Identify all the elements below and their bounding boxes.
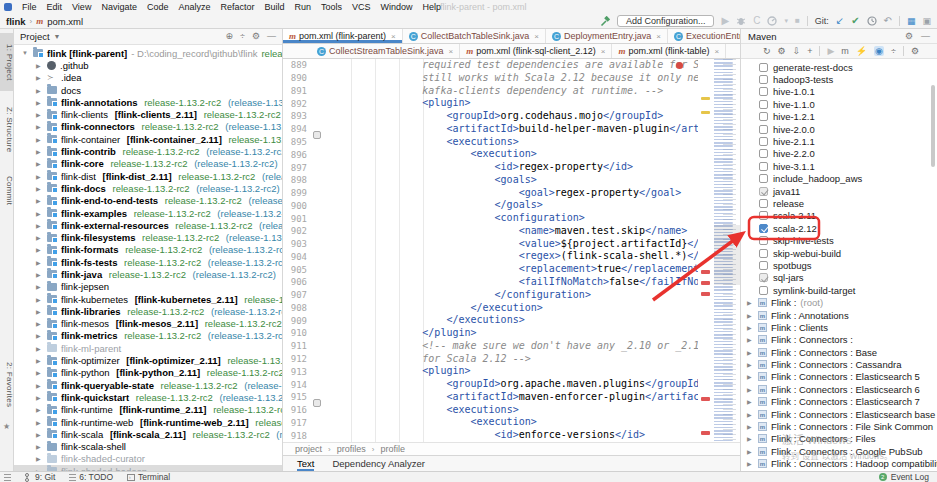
project-tree-item[interactable]: ▶flink-annotations release-1.13.2-rc2 (r…	[14, 96, 282, 108]
error-stripe[interactable]	[698, 59, 714, 442]
breadcrumb-node[interactable]: project	[295, 444, 322, 454]
project-tree-item[interactable]: ▶flink-shaded-hadoop	[14, 465, 282, 471]
code-minimap[interactable]	[714, 59, 740, 442]
project-panel-title[interactable]: Project	[20, 31, 50, 42]
project-tree-item[interactable]: ▶flink-mesos [flink-mesos_2.11] release-…	[14, 318, 282, 330]
expand-arrow-icon[interactable]: ▶	[747, 299, 754, 306]
expand-arrow-icon[interactable]: ▶	[36, 246, 43, 253]
expand-arrow-icon[interactable]: ▶	[36, 123, 43, 130]
add-configuration-button[interactable]: Add Configuration...	[617, 15, 715, 27]
project-tree-item[interactable]: ▶flink-end-to-end-tests release-1.13.2-r…	[14, 195, 282, 207]
close-icon[interactable]: ×	[656, 32, 661, 41]
run-icon[interactable]: ▶	[721, 16, 729, 26]
project-tree-item[interactable]: ▶flink-connectors release-1.13.2-rc2 (re…	[14, 121, 282, 133]
expand-arrow-icon[interactable]: ▶	[747, 349, 754, 356]
execute-goal-icon[interactable]: m	[841, 46, 849, 56]
error-mark[interactable]	[701, 270, 710, 274]
breadcrumb-file[interactable]: pom.xml	[47, 16, 83, 27]
maven-module-row[interactable]: ▶mFlink : Connectors : Elasticsearch bas…	[741, 408, 937, 420]
project-tree-item[interactable]: ▶flink-filesystems release-1.13.2-rc2 (r…	[14, 231, 282, 243]
debug-bug-icon[interactable]	[736, 16, 746, 26]
menu-vcs[interactable]: VCS	[347, 2, 376, 12]
statusbar-todo[interactable]: 6: TODO	[69, 472, 113, 482]
profile-checkbox[interactable]	[759, 137, 768, 146]
breadcrumb-node[interactable]: profiles	[337, 444, 366, 454]
profile-checkbox-row[interactable]: sql-jars	[741, 272, 937, 284]
collapse-icon[interactable]: ÷	[240, 32, 245, 41]
stripe-project-button[interactable]: 1: Project	[0, 33, 14, 91]
scrollbar[interactable]	[931, 85, 935, 167]
gear-icon[interactable]: ⚙	[252, 32, 260, 41]
breadcrumb-project[interactable]: flink	[6, 16, 26, 27]
profile-checkbox[interactable]	[759, 187, 768, 196]
expand-arrow-icon[interactable]: ▶	[36, 468, 43, 471]
profile-checkbox[interactable]	[759, 224, 768, 233]
expand-arrow-icon[interactable]: ▶	[36, 455, 43, 462]
statusbar-git[interactable]: 9: Git	[25, 472, 55, 482]
project-structure-icon[interactable]: ▦	[907, 16, 916, 26]
menu-tools[interactable]: Tools	[316, 2, 347, 12]
project-tree-item[interactable]: ▶flink-external-resources release-1.13.2…	[14, 219, 282, 231]
project-tree-item[interactable]: ▶flink-metrics release-1.13.2-rc2 (relea…	[14, 330, 282, 342]
offline-mode-icon[interactable]: ◉	[874, 46, 884, 56]
menu-analyze[interactable]: Analyze	[173, 2, 215, 12]
error-mark[interactable]	[701, 397, 710, 401]
profile-checkbox-row[interactable]: scala-2.12	[741, 222, 937, 234]
expand-arrow-icon[interactable]: ▶	[36, 160, 43, 167]
hide-panel-icon[interactable]: —	[267, 32, 276, 41]
close-icon[interactable]: ×	[601, 47, 606, 56]
project-tree-item[interactable]: ▶flink-kubernetes [flink-kubernetes_2.11…	[14, 293, 282, 305]
stripe-favorites-button[interactable]: 2: Favorites	[0, 353, 14, 417]
maven-module-row[interactable]: ▶mFlink : Connectors : Elasticsearch 6	[741, 383, 937, 395]
project-tree-item[interactable]: ▶flink-shaded-curator	[14, 453, 282, 465]
maven-module-row[interactable]: ▶mFlink : Connectors : Google PubSub	[741, 445, 937, 457]
project-tree-item[interactable]: ▶flink-runtime-web [flink-runtime-web_2.…	[14, 416, 282, 428]
code-editor[interactable]: 889 required test dependencies are avail…	[283, 59, 698, 442]
profile-checkbox[interactable]	[759, 286, 768, 295]
project-tree-item[interactable]: ▶.github	[14, 59, 282, 71]
maven-module-row[interactable]: ▶mFlink : Connectors : Files	[741, 433, 937, 445]
git-commit-icon[interactable]: ✔	[851, 16, 859, 26]
editor-body[interactable]: 889 required test dependencies are avail…	[283, 59, 740, 442]
chevron-down-icon[interactable]: ▾	[784, 16, 788, 26]
profile-checkbox-row[interactable]: skip-webui-build	[741, 247, 937, 259]
project-tree-item[interactable]: ▶flink-quickstart release-1.13.2-rc2 (re…	[14, 391, 282, 403]
project-tree-item[interactable]: ▶flink-docs release-1.13.2-rc2 (release-…	[14, 182, 282, 194]
expand-arrow-icon[interactable]: ▶	[36, 148, 43, 155]
profile-checkbox[interactable]	[759, 249, 768, 258]
warning-mark[interactable]	[701, 97, 710, 100]
menu-edit[interactable]: Edit	[42, 2, 68, 12]
expand-arrow-icon[interactable]: ▶	[36, 222, 43, 229]
profile-checkbox[interactable]	[759, 211, 768, 220]
warning-mark[interactable]	[701, 111, 710, 114]
expand-arrow-icon[interactable]: ▶	[747, 373, 754, 380]
maven-module-row[interactable]: ▶mFlink : Connectors : Base	[741, 346, 937, 358]
project-tree-root[interactable]: ▼ flink [flink-parent] - D:\coding_recor…	[14, 47, 282, 59]
stripe-commit-button[interactable]: Commit	[0, 169, 14, 213]
add-maven-project-icon[interactable]: +	[807, 46, 812, 56]
expand-arrow-icon[interactable]: ▶	[747, 398, 754, 405]
profile-checkbox-row[interactable]: skip-hive-tests	[741, 234, 937, 246]
profile-checkbox-row[interactable]: symlink-build-target	[741, 284, 937, 296]
maven-module-row[interactable]: ▶mFlink : Annotations	[741, 309, 937, 321]
profile-checkbox-row[interactable]: include_hadoop_aws	[741, 173, 937, 185]
expand-arrow-icon[interactable]: ▶	[747, 448, 754, 455]
profile-checkbox[interactable]	[759, 261, 768, 270]
menu-run[interactable]: Run	[290, 2, 317, 12]
expand-arrow-icon[interactable]: ▶	[747, 336, 754, 343]
editor-tab[interactable]: mpom.xml (flink-sql-client_2.12)×	[460, 44, 612, 58]
expand-arrow-icon[interactable]: ▶	[36, 296, 43, 303]
expand-arrow-icon[interactable]: ▶	[747, 361, 754, 368]
editor-tab[interactable]: CCollectStreamTableSink.java×	[311, 44, 460, 58]
stop-icon[interactable]: ■	[795, 16, 800, 26]
expand-arrow-icon[interactable]: ▶	[747, 411, 754, 418]
project-tree-item[interactable]: ▶flink-queryable-state release-1.13.2-rc…	[14, 379, 282, 391]
project-tree-item[interactable]: ▶flink-contrib release-1.13.2-rc2 (relea…	[14, 145, 282, 157]
profiler-icon[interactable]	[767, 16, 777, 26]
project-tree-item[interactable]: ▶flink-java release-1.13.2-rc2 (release-…	[14, 268, 282, 280]
expand-arrow-icon[interactable]: ▶	[36, 308, 43, 315]
run-build-icon[interactable]: ▶	[827, 46, 834, 56]
editor-tab[interactable]: CExecutionEntry.java×	[668, 29, 740, 43]
profile-checkbox-row[interactable]: spotbugs	[741, 259, 937, 271]
maven-module-row[interactable]: ▶mFlink : Connectors :	[741, 334, 937, 346]
